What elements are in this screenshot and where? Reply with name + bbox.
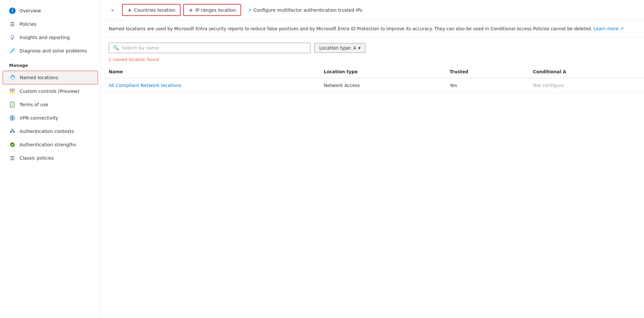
search-input[interactable]: [122, 45, 306, 51]
search-icon: 🔍: [113, 45, 119, 51]
sidebar-item-policies[interactable]: ☰ Policies: [3, 18, 98, 31]
svg-point-0: [11, 36, 14, 38]
sidebar-item-auth-contexts-label: Authentication contexts: [20, 129, 74, 134]
auth-contexts-icon: [9, 128, 16, 135]
col-name: Name: [101, 66, 316, 78]
collapse-sidebar-button[interactable]: «: [109, 6, 117, 14]
ip-ranges-location-button[interactable]: + IP ranges location: [183, 4, 241, 16]
search-box[interactable]: 🔍: [109, 43, 310, 53]
sidebar-item-policies-label: Policies: [20, 22, 36, 27]
col-location-type: Location type: [316, 66, 442, 78]
svg-rect-4: [13, 92, 15, 94]
result-count: 1 named location found: [101, 56, 644, 66]
configure-mfa-button[interactable]: ↗ Configure multifactor authentication t…: [244, 6, 366, 15]
svg-rect-2: [13, 89, 15, 91]
svg-point-8: [12, 117, 13, 119]
plus-icon: +: [127, 7, 132, 13]
sidebar-item-overview[interactable]: i Overview: [3, 4, 98, 17]
col-conditional-access: Conditional A: [525, 66, 644, 78]
svg-rect-3: [10, 92, 12, 94]
svg-rect-11: [12, 129, 13, 131]
description-text: Named locations are used by Microsoft En…: [109, 26, 594, 31]
countries-location-label: Countries location: [134, 7, 175, 13]
sidebar-item-classic-policies[interactable]: ☰ Classic policies: [3, 152, 98, 165]
sidebar-item-auth-contexts[interactable]: Authentication contexts: [3, 125, 98, 138]
row-location-type: Network Access: [316, 78, 442, 93]
terms-of-use-icon: [9, 101, 16, 108]
sidebar-item-auth-strengths[interactable]: Authentication strengths: [3, 138, 98, 151]
sidebar-item-auth-strengths-label: Authentication strengths: [20, 142, 76, 147]
chevron-down-icon: ▾: [358, 45, 361, 51]
sidebar-item-vpn-label: VPN connectivity: [20, 115, 58, 121]
svg-rect-10: [13, 131, 15, 133]
location-type-label: Location type: A: [319, 45, 356, 51]
lightbulb-icon: [9, 34, 16, 41]
sidebar-item-classic-policies-label: Classic policies: [20, 155, 54, 161]
svg-rect-1: [10, 89, 12, 91]
named-locations-table: Name Location type Trusted Conditional A…: [101, 66, 644, 93]
row-trusted: Yes: [442, 78, 525, 93]
external-link-icon: ↗: [248, 7, 252, 13]
vpn-icon: [9, 115, 16, 121]
learn-more-text: Learn more: [594, 26, 619, 31]
main-content: « + Countries location + IP ranges locat…: [101, 0, 644, 318]
sidebar-item-named-locations[interactable]: Named locations: [3, 71, 98, 84]
classic-policies-icon: ☰: [9, 155, 16, 161]
sidebar-item-insights[interactable]: Insights and reporting: [3, 31, 98, 44]
row-conditional-access: Not configure: [525, 78, 644, 93]
learn-more-icon: ↗: [620, 26, 623, 31]
plus-icon-2: +: [188, 7, 193, 13]
location-type-dropdown[interactable]: Location type: A ▾: [314, 43, 365, 53]
table-row: All Compliant Network locations Network …: [101, 78, 644, 93]
named-locations-icon: [9, 74, 16, 81]
col-trusted: Trusted: [442, 66, 525, 78]
ip-ranges-location-label: IP ranges location: [195, 7, 236, 13]
sidebar-item-terms-of-use-label: Terms of use: [20, 102, 48, 107]
table-header-row: Name Location type Trusted Conditional A: [101, 66, 644, 78]
sidebar-item-diagnose[interactable]: Diagnose and solve problems: [3, 44, 98, 57]
sidebar-item-custom-controls-label: Custom controls (Preview): [20, 89, 79, 94]
countries-location-button[interactable]: + Countries location: [122, 4, 181, 16]
configure-mfa-label: Configure multifactor authentication tru…: [253, 7, 362, 13]
learn-more-link[interactable]: Learn more ↗: [594, 26, 624, 31]
toolbar: « + Countries location + IP ranges locat…: [101, 0, 644, 20]
info-circle-icon: i: [9, 7, 16, 14]
sidebar-item-insights-label: Insights and reporting: [20, 35, 70, 40]
sidebar-item-named-locations-label: Named locations: [20, 75, 58, 80]
sidebar-item-diagnose-label: Diagnose and solve problems: [20, 48, 87, 53]
sidebar-item-vpn[interactable]: VPN connectivity: [3, 111, 98, 124]
svg-rect-9: [10, 131, 12, 133]
sidebar: i Overview ☰ Policies Insights and repor…: [0, 0, 101, 318]
manage-section-header: Manage: [0, 58, 101, 70]
list-icon: ☰: [9, 21, 16, 27]
description-bar: Named locations are used by Microsoft En…: [101, 20, 644, 37]
result-count-text: 1 named location found: [109, 57, 159, 62]
row-name-link[interactable]: All Compliant Network locations: [101, 78, 316, 93]
sidebar-item-overview-label: Overview: [20, 8, 41, 13]
sidebar-item-terms-of-use[interactable]: Terms of use: [3, 98, 98, 111]
svg-point-6: [13, 105, 14, 106]
custom-controls-icon: [9, 88, 16, 94]
wrench-icon: [9, 48, 16, 54]
sidebar-item-custom-controls[interactable]: Custom controls (Preview): [3, 85, 98, 98]
auth-strengths-icon: [9, 141, 16, 148]
search-row: 🔍 Location type: A ▾: [101, 37, 644, 56]
